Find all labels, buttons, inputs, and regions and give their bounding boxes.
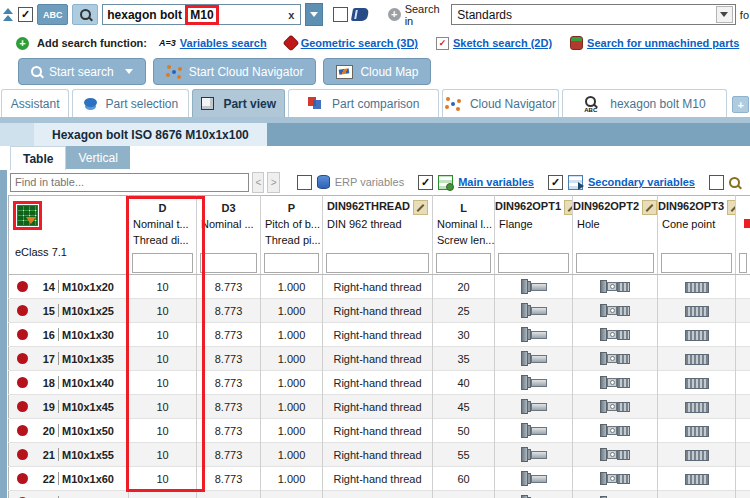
find-previous-button[interactable]: < — [252, 172, 264, 193]
row-divider — [58, 472, 59, 485]
preview-checkbox[interactable] — [709, 175, 724, 190]
tab-hexagon-bolt-m10[interactable]: hexagon bolt M10 — [562, 89, 728, 117]
clipped-for-label: fo — [740, 9, 749, 21]
column-header-din962thread[interactable]: DIN962THREAD — [323, 196, 433, 217]
cell-designation: 23M10x1x65 — [9, 491, 129, 498]
tab-part-view[interactable]: Part view — [192, 89, 285, 117]
secondary-variables-label[interactable]: Secondary variables — [588, 176, 695, 188]
column-header-l[interactable]: L — [433, 196, 495, 217]
erp-variables-checkbox[interactable] — [297, 175, 312, 190]
column-header-din962opt2[interactable]: DIN962OPT2 — [573, 196, 658, 217]
edit-column-icon[interactable] — [727, 200, 735, 215]
column-subtitle: Hole — [573, 216, 658, 232]
tab-part-selection[interactable]: Part selection — [72, 89, 189, 117]
tab-table[interactable]: Table — [10, 146, 66, 170]
table-row[interactable]: 17M10x1x35108.7731.000Right-hand thread3… — [9, 347, 750, 371]
column-filter-input-p[interactable] — [264, 253, 319, 273]
bolt-hole-icon — [600, 424, 630, 437]
tab-assistant[interactable]: Assistant — [1, 89, 69, 117]
bt-part — [685, 354, 709, 365]
geometric-search-3d-icon — [282, 35, 299, 52]
search-scope-select[interactable]: Standards — [451, 4, 735, 25]
main-variables-label[interactable]: Main variables — [458, 176, 534, 188]
column-filter-input-din962opt2[interactable] — [576, 253, 654, 273]
view-tabs: Table Vertical — [10, 146, 130, 169]
search-mode-checkbox[interactable] — [18, 7, 33, 22]
cell-din962opt3 — [658, 419, 736, 443]
table-row[interactable]: 15M10x1x25108.7731.000Right-hand thread2… — [9, 299, 750, 323]
column-header-partial — [736, 196, 750, 217]
edit-column-icon[interactable] — [564, 200, 572, 215]
column-code-label: D3 — [221, 202, 235, 214]
link-search-for-unmachined-parts[interactable]: Search for unmachined parts — [570, 36, 739, 50]
left-splitter-bar[interactable] — [0, 170, 7, 498]
column-header-p[interactable]: P — [261, 196, 323, 217]
table-row[interactable]: 20M10x1x50108.7731.000Right-hand thread5… — [9, 419, 750, 443]
table-row[interactable]: 18M10x1x40108.7731.000Right-hand thread4… — [9, 371, 750, 395]
bh-part — [521, 471, 528, 486]
link-variables-search[interactable]: A=3Variables search — [159, 37, 267, 49]
collapse-panel-icon[interactable] — [3, 8, 13, 21]
option-checkbox[interactable] — [333, 7, 348, 22]
document-tab[interactable]: Hexagon bolt ISO 8676 M10x1x100 — [34, 123, 267, 146]
search-input[interactable]: hexagon bolt M10 x — [102, 4, 301, 25]
text-search-button[interactable]: ABC — [37, 4, 68, 25]
cell-l: 50 — [433, 419, 495, 443]
column-header-d[interactable]: D — [129, 196, 197, 217]
column-filter-input-l[interactable] — [436, 253, 491, 273]
find-next-button[interactable]: > — [267, 172, 279, 193]
holep-part — [607, 474, 617, 483]
table-settings-icon[interactable] — [17, 205, 38, 226]
column-filter-input-d[interactable] — [132, 253, 193, 273]
tab-cloud-navigator[interactable]: Cloud Navigator — [442, 89, 558, 117]
row-number: 21 — [35, 449, 55, 461]
bt-part — [617, 402, 630, 412]
bolt-hole-icon — [600, 352, 630, 365]
link-label: Variables search — [180, 37, 267, 49]
designation-flex: 20M10x1x50 — [11, 419, 128, 442]
tab-part-comparison[interactable]: Part comparison — [288, 89, 439, 117]
table-row[interactable]: 16M10x1x30108.7731.000Right-hand thread3… — [9, 323, 750, 347]
secondary-variables-checkbox[interactable] — [548, 175, 563, 190]
table-row[interactable]: 23M10x1x65108.7731.000Right-hand thread6… — [9, 491, 750, 498]
start-cloud-navigator-button[interactable]: Start Cloud Navigator — [153, 58, 317, 85]
new-tab-button[interactable]: + — [732, 96, 749, 113]
edit-column-icon[interactable] — [413, 200, 428, 215]
column-filter-input-din962opt1[interactable] — [498, 253, 569, 273]
find-in-table-input[interactable] — [10, 173, 249, 192]
clear-search-icon[interactable]: x — [288, 9, 296, 21]
table-row[interactable]: 19M10x1x45108.7731.000Right-hand thread4… — [9, 395, 750, 419]
table-row[interactable]: 21M10x1x55108.7731.000Right-hand thread5… — [9, 443, 750, 467]
start-search-button[interactable]: Start search — [18, 58, 146, 85]
table-row[interactable]: 22M10x1x60108.7731.000Right-hand thread6… — [9, 467, 750, 491]
table-row[interactable]: 14M10x1x20108.7731.000Right-hand thread2… — [9, 275, 750, 299]
main-variables-checkbox[interactable] — [418, 175, 433, 190]
column-header-din962opt1[interactable]: DIN962OPT1 — [495, 196, 573, 217]
bs-part — [531, 451, 547, 459]
column-filter-input-d3[interactable] — [200, 253, 257, 273]
column-filter-input-din962thread[interactable] — [326, 253, 429, 273]
link-sketch-search-2d[interactable]: Sketch search (2D) — [436, 37, 552, 50]
search-history-dropdown-button[interactable] — [305, 3, 323, 26]
edit-column-icon[interactable] — [642, 200, 657, 215]
cloud-map-button[interactable]: Cloud Map — [323, 58, 431, 85]
bolt-hole-icon — [600, 448, 630, 461]
search-magnifier-button[interactable] — [72, 4, 98, 25]
bh-part — [600, 328, 607, 341]
book-icon[interactable] — [351, 8, 369, 21]
column-header-din962opt3[interactable]: DIN962OPT3 — [658, 196, 736, 217]
edge-annotation-mark — [744, 219, 750, 228]
top-search-bar: ABC hexagon bolt M10 x + Search in Stand… — [3, 2, 749, 27]
link-geometric-search-3d[interactable]: Geometric search (3D) — [285, 37, 418, 49]
tab-vertical[interactable]: Vertical — [66, 146, 129, 169]
add-search-icon[interactable]: + — [16, 37, 29, 50]
scope-dropdown-button[interactable] — [716, 6, 733, 23]
column-filter-input-din962opt3[interactable] — [661, 253, 732, 273]
column-filter-input-partial[interactable] — [739, 253, 747, 273]
bolt-flange-icon — [521, 303, 547, 318]
column-header-d3[interactable]: D3 — [197, 196, 261, 217]
add-scope-icon[interactable]: + — [388, 8, 401, 21]
scope-value: Standards — [457, 8, 512, 22]
status-dot-icon — [17, 473, 28, 484]
bolt-cone-icon — [685, 474, 709, 485]
